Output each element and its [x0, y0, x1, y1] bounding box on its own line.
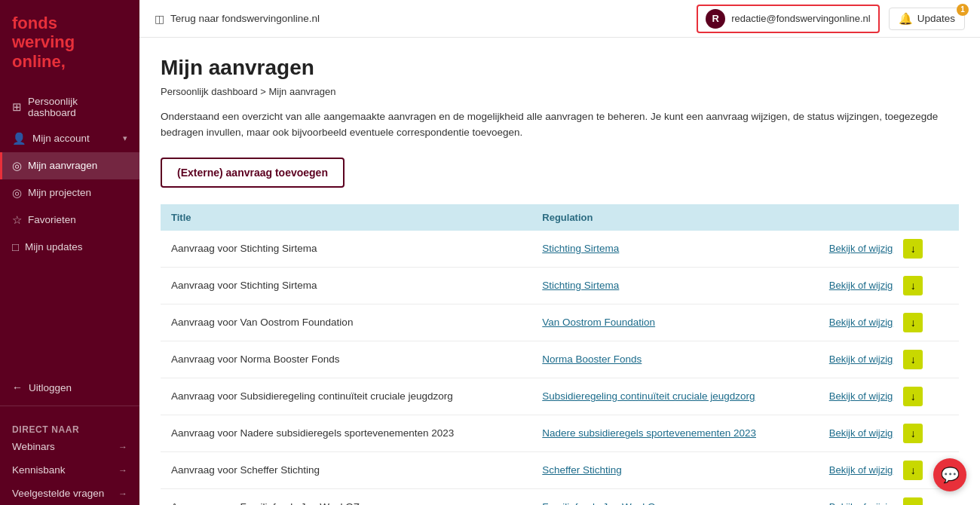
breadcrumb: Persoonlijk dashboard > Mijn aanvragen: [161, 86, 959, 97]
download-icon[interactable]: ↓: [903, 239, 923, 259]
col-title: Title: [161, 204, 531, 231]
table-row: Aanvraag voor Nadere subsidieregels spor…: [161, 415, 959, 451]
breadcrumb-home: Persoonlijk dashboard: [161, 86, 258, 97]
aanvragen-table: Title Regulation Aanvraag voor Stichting…: [161, 204, 959, 505]
grid-icon: ⊞: [12, 100, 22, 114]
sidebar-direct-veelgestelde[interactable]: Veelgestelde vragen →: [0, 482, 139, 505]
bekijk-button[interactable]: Bekijk of wijzig: [829, 390, 893, 402]
table-cell-title: Aanvraag voor Scheffer Stichting: [161, 451, 531, 488]
star-icon: ☆: [12, 213, 22, 227]
actions-cell: Bekijk of wijzig↓: [829, 239, 948, 259]
sidebar-direct-kennisbank[interactable]: Kennisbank →: [0, 458, 139, 482]
table-cell-regulation: Nadere subsidieregels sportevenementen 2…: [531, 415, 819, 451]
updates-label: Updates: [917, 13, 955, 24]
page-title: Mijn aanvragen: [161, 56, 959, 80]
regulation-link[interactable]: Subsidieregeling continuïteit cruciale j…: [542, 390, 755, 402]
square-icon: □: [12, 240, 19, 253]
actions-cell: Bekijk of wijzig↓: [829, 350, 948, 369]
sidebar-item-label: Favorieten: [28, 214, 76, 225]
sidebar-item-label: Mijn projecten: [28, 187, 91, 198]
table-cell-regulation: Norma Booster Fonds: [531, 341, 819, 378]
regulation-link[interactable]: Norma Booster Fonds: [542, 354, 642, 365]
back-link[interactable]: ◫ Terug naar fondswervingonline.nl: [155, 13, 320, 25]
chevron-down-icon: ▾: [123, 133, 127, 143]
table-cell-actions: Bekijk of wijzig↓: [819, 304, 959, 341]
regulation-link[interactable]: Nadere subsidieregels sportevenementen 2…: [542, 427, 756, 439]
updates-button[interactable]: 🔔 Updates 1: [889, 8, 965, 30]
sidebar-item-favorieten[interactable]: ☆ Favorieten: [0, 207, 139, 234]
actions-cell: Bekijk of wijzig↓: [829, 497, 948, 505]
sidebar: fonds werving online, ⊞ Persoonlijk dash…: [0, 0, 139, 505]
arrow-right-icon: →: [118, 442, 127, 452]
bekijk-button[interactable]: Bekijk of wijzig: [829, 464, 893, 476]
logo-dot: ,: [61, 52, 66, 71]
regulation-link[interactable]: Stichting Sirtema: [542, 243, 619, 254]
user-email: redactie@fondswervingonline.nl: [731, 13, 870, 24]
bekijk-button[interactable]: Bekijk of wijzig: [829, 427, 893, 439]
download-icon[interactable]: ↓: [903, 424, 923, 443]
bell-icon: 🔔: [899, 12, 913, 26]
topbar-right: R redactie@fondswervingonline.nl 🔔 Updat…: [697, 5, 965, 33]
download-icon[interactable]: ↓: [903, 461, 923, 480]
back-arrow-icon: ◫: [155, 13, 164, 25]
user-account-button[interactable]: R redactie@fondswervingonline.nl: [697, 5, 879, 33]
table-cell-title: Aanvraag voor Nadere subsidieregels spor…: [161, 415, 531, 451]
logo-line3: online: [12, 52, 61, 71]
table-cell-regulation: Scheffer Stichting: [531, 451, 819, 488]
table-row: Aanvraag voor Subsidieregeling continuït…: [161, 378, 959, 415]
table-cell-regulation: Subsidieregeling continuïteit cruciale j…: [531, 378, 819, 415]
download-icon[interactable]: ↓: [903, 313, 923, 332]
table-cell-title: Aanvraag voor Stichting Sirtema: [161, 267, 531, 304]
download-icon[interactable]: ↓: [903, 276, 923, 295]
sidebar-item-label: Mijn account: [32, 133, 90, 144]
logout-button[interactable]: ← Uitloggen: [0, 375, 139, 399]
bekijk-button[interactable]: Bekijk of wijzig: [829, 280, 893, 291]
add-aanvraag-button[interactable]: (Externe) aanvraag toevoegen: [161, 158, 345, 188]
chat-button[interactable]: 💬: [933, 458, 966, 491]
back-label: Terug naar fondswervingonline.nl: [170, 13, 320, 24]
bekijk-button[interactable]: Bekijk of wijzig: [829, 243, 893, 254]
sidebar-item-aanvragen[interactable]: ◎ Mijn aanvragen: [0, 152, 139, 179]
actions-cell: Bekijk of wijzig↓: [829, 276, 948, 295]
logo-line1: fonds: [12, 14, 57, 32]
download-icon[interactable]: ↓: [903, 497, 923, 505]
bekijk-button[interactable]: Bekijk of wijzig: [829, 317, 893, 328]
main-content: ◫ Terug naar fondswervingonline.nl R red…: [139, 0, 980, 505]
breadcrumb-current: Mijn aanvragen: [268, 86, 335, 97]
sidebar-nav: ⊞ Persoonlijk dashboard 👤 Mijn account ▾…: [0, 81, 139, 375]
circle-icon: ◎: [12, 159, 22, 173]
sidebar-direct-webinars[interactable]: Webinars →: [0, 435, 139, 458]
regulation-link[interactable]: Scheffer Stichting: [542, 464, 622, 476]
table-cell-title: Aanvraag voor Norma Booster Fonds: [161, 341, 531, 378]
user-icon: 👤: [12, 132, 26, 145]
table-row: Aanvraag voor Scheffer StichtingScheffer…: [161, 451, 959, 488]
sidebar-item-updates[interactable]: □ Mijn updates: [0, 234, 139, 260]
sidebar-item-label: Persoonlijk dashboard: [28, 96, 127, 118]
download-icon[interactable]: ↓: [903, 350, 923, 369]
bekijk-button[interactable]: Bekijk of wijzig: [829, 501, 893, 505]
table-cell-regulation: Van Oostrom Foundation: [531, 304, 819, 341]
direct-item-label: Kennisbank: [12, 464, 66, 476]
table-cell-regulation: Stichting Sirtema: [531, 231, 819, 268]
topbar: ◫ Terug naar fondswervingonline.nl R red…: [139, 0, 980, 38]
table-row: Aanvraag voor Stichting SirtemaStichting…: [161, 267, 959, 304]
actions-cell: Bekijk of wijzig↓: [829, 461, 948, 480]
download-icon[interactable]: ↓: [903, 387, 923, 406]
table-row: Aanvraag voor Van Oostrom FoundationVan …: [161, 304, 959, 341]
sidebar-item-dashboard[interactable]: ⊞ Persoonlijk dashboard: [0, 89, 139, 125]
updates-badge: 1: [957, 4, 969, 16]
regulation-link[interactable]: Familiefonds Jan Waal Gz: [542, 501, 660, 505]
sidebar-item-label: Mijn aanvragen: [28, 160, 97, 171]
sidebar-item-account[interactable]: 👤 Mijn account ▾: [0, 125, 139, 152]
table-cell-actions: Bekijk of wijzig↓: [819, 378, 959, 415]
table-header-row: Title Regulation: [161, 204, 959, 231]
regulation-link[interactable]: Stichting Sirtema: [542, 280, 619, 291]
sidebar-item-projecten[interactable]: ◎ Mijn projecten: [0, 179, 139, 207]
direct-naar-label: Direct naar: [0, 414, 139, 435]
table-cell-actions: Bekijk of wijzig↓: [819, 341, 959, 378]
page-description: Onderstaand een overzicht van alle aange…: [161, 109, 952, 141]
actions-cell: Bekijk of wijzig↓: [829, 313, 948, 332]
bekijk-button[interactable]: Bekijk of wijzig: [829, 354, 893, 365]
logo-line2: werving: [12, 32, 75, 51]
regulation-link[interactable]: Van Oostrom Foundation: [542, 317, 655, 328]
